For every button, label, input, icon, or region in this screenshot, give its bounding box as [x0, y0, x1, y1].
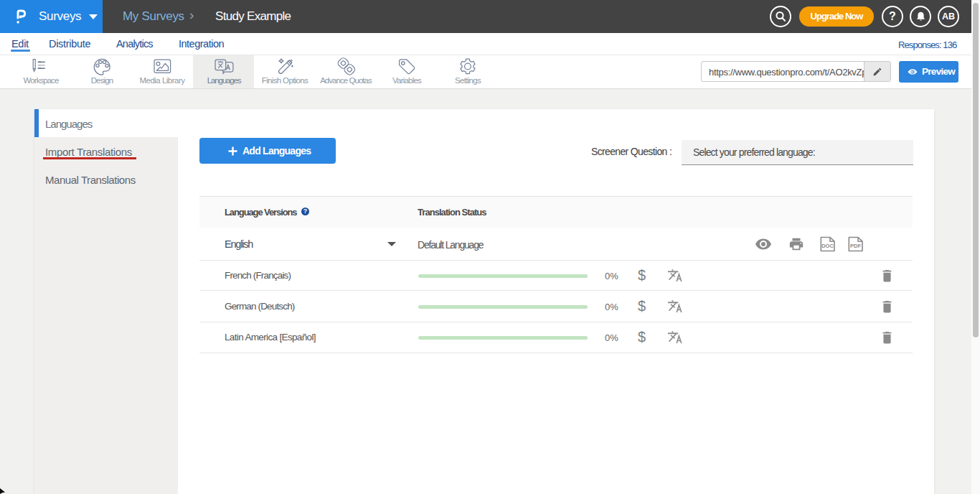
- svg-text:PDF: PDF: [850, 243, 861, 249]
- svg-text:DOC: DOC: [821, 243, 834, 249]
